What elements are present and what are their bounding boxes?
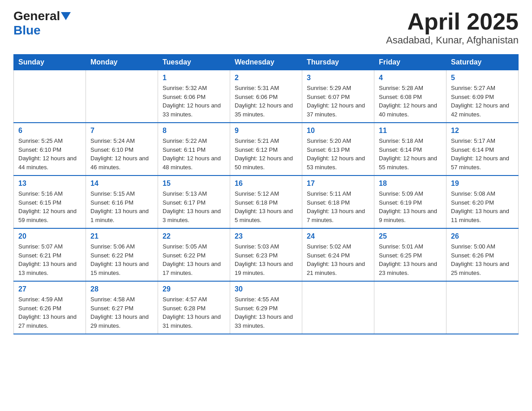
calendar-cell: 26Sunrise: 5:00 AMSunset: 6:26 PMDayligh… xyxy=(446,228,519,281)
calendar-cell: 30Sunrise: 4:55 AMSunset: 6:29 PMDayligh… xyxy=(230,281,302,334)
day-number: 17 xyxy=(307,180,369,188)
day-info: Sunrise: 5:07 AMSunset: 6:21 PMDaylight:… xyxy=(18,242,81,277)
day-info: Sunrise: 5:01 AMSunset: 6:25 PMDaylight:… xyxy=(379,242,442,277)
day-number: 30 xyxy=(235,285,297,293)
day-number: 24 xyxy=(307,232,369,240)
header-row: SundayMondayTuesdayWednesdayThursdayFrid… xyxy=(14,55,519,70)
day-number: 13 xyxy=(18,180,81,188)
day-info: Sunrise: 5:24 AMSunset: 6:10 PMDaylight:… xyxy=(90,137,153,171)
day-info: Sunrise: 5:09 AMSunset: 6:19 PMDaylight:… xyxy=(379,189,442,224)
day-info: Sunrise: 5:08 AMSunset: 6:20 PMDaylight:… xyxy=(451,189,514,224)
day-number: 29 xyxy=(163,285,225,293)
week-row-2: 6Sunrise: 5:25 AMSunset: 6:10 PMDaylight… xyxy=(14,123,519,176)
day-info: Sunrise: 5:27 AMSunset: 6:09 PMDaylight:… xyxy=(451,84,514,119)
day-info: Sunrise: 5:06 AMSunset: 6:22 PMDaylight:… xyxy=(90,242,153,277)
week-row-1: 1Sunrise: 5:32 AMSunset: 6:06 PMDaylight… xyxy=(14,70,519,123)
day-info: Sunrise: 4:59 AMSunset: 6:26 PMDaylight:… xyxy=(18,295,81,330)
day-number: 28 xyxy=(90,285,153,293)
logo-blue-text: Blue xyxy=(13,23,41,37)
calendar-table: SundayMondayTuesdayWednesdayThursdayFrid… xyxy=(13,54,519,334)
calendar-cell: 23Sunrise: 5:03 AMSunset: 6:23 PMDayligh… xyxy=(230,228,302,281)
calendar-cell xyxy=(374,281,446,334)
calendar-cell: 1Sunrise: 5:32 AMSunset: 6:06 PMDaylight… xyxy=(158,70,230,123)
calendar-cell: 19Sunrise: 5:08 AMSunset: 6:20 PMDayligh… xyxy=(446,176,519,228)
day-number: 20 xyxy=(18,232,81,240)
day-info: Sunrise: 5:17 AMSunset: 6:14 PMDaylight:… xyxy=(451,137,514,171)
calendar-cell: 13Sunrise: 5:16 AMSunset: 6:15 PMDayligh… xyxy=(14,176,86,228)
calendar-cell: 2Sunrise: 5:31 AMSunset: 6:06 PMDaylight… xyxy=(230,70,302,123)
day-info: Sunrise: 5:21 AMSunset: 6:12 PMDaylight:… xyxy=(235,137,297,171)
day-number: 4 xyxy=(379,74,442,82)
logo-general-text: General xyxy=(13,9,60,23)
calendar-cell: 3Sunrise: 5:29 AMSunset: 6:07 PMDaylight… xyxy=(302,70,374,123)
calendar-cell: 11Sunrise: 5:18 AMSunset: 6:14 PMDayligh… xyxy=(374,123,446,176)
header-cell-tuesday: Tuesday xyxy=(158,55,230,70)
day-info: Sunrise: 4:58 AMSunset: 6:27 PMDaylight:… xyxy=(90,295,153,330)
day-number: 8 xyxy=(163,127,225,135)
calendar-cell: 14Sunrise: 5:15 AMSunset: 6:16 PMDayligh… xyxy=(86,176,158,228)
day-info: Sunrise: 5:28 AMSunset: 6:08 PMDaylight:… xyxy=(379,84,442,119)
day-number: 15 xyxy=(163,180,225,188)
calendar-cell: 8Sunrise: 5:22 AMSunset: 6:11 PMDaylight… xyxy=(158,123,230,176)
header-cell-monday: Monday xyxy=(86,55,158,70)
week-row-5: 27Sunrise: 4:59 AMSunset: 6:26 PMDayligh… xyxy=(14,281,519,334)
calendar-cell xyxy=(14,70,86,123)
calendar-cell: 20Sunrise: 5:07 AMSunset: 6:21 PMDayligh… xyxy=(14,228,86,281)
day-info: Sunrise: 5:31 AMSunset: 6:06 PMDaylight:… xyxy=(235,84,297,119)
calendar-cell: 21Sunrise: 5:06 AMSunset: 6:22 PMDayligh… xyxy=(86,228,158,281)
header-cell-sunday: Sunday xyxy=(14,55,86,70)
calendar-cell: 17Sunrise: 5:11 AMSunset: 6:18 PMDayligh… xyxy=(302,176,374,228)
day-number: 19 xyxy=(451,180,514,188)
day-number: 27 xyxy=(18,285,81,293)
day-number: 12 xyxy=(451,127,514,135)
day-number: 25 xyxy=(379,232,442,240)
calendar-cell: 27Sunrise: 4:59 AMSunset: 6:26 PMDayligh… xyxy=(14,281,86,334)
calendar-cell xyxy=(446,281,519,334)
calendar-header: SundayMondayTuesdayWednesdayThursdayFrid… xyxy=(14,55,519,70)
day-number: 14 xyxy=(90,180,153,188)
calendar-cell: 16Sunrise: 5:12 AMSunset: 6:18 PMDayligh… xyxy=(230,176,302,228)
day-info: Sunrise: 5:16 AMSunset: 6:15 PMDaylight:… xyxy=(18,189,81,224)
day-info: Sunrise: 5:05 AMSunset: 6:22 PMDaylight:… xyxy=(163,242,225,277)
day-info: Sunrise: 5:13 AMSunset: 6:17 PMDaylight:… xyxy=(163,189,225,224)
day-number: 23 xyxy=(235,232,297,240)
day-info: Sunrise: 5:18 AMSunset: 6:14 PMDaylight:… xyxy=(379,137,442,171)
week-row-4: 20Sunrise: 5:07 AMSunset: 6:21 PMDayligh… xyxy=(14,228,519,281)
calendar-cell: 5Sunrise: 5:27 AMSunset: 6:09 PMDaylight… xyxy=(446,70,519,123)
header-cell-saturday: Saturday xyxy=(446,55,519,70)
day-number: 21 xyxy=(90,232,153,240)
calendar-cell: 24Sunrise: 5:02 AMSunset: 6:24 PMDayligh… xyxy=(302,228,374,281)
day-info: Sunrise: 4:57 AMSunset: 6:28 PMDaylight:… xyxy=(163,295,225,330)
title-block: April 2025 Asadabad, Kunar, Afghanistan xyxy=(386,9,519,46)
day-number: 11 xyxy=(379,127,442,135)
calendar-cell xyxy=(302,281,374,334)
calendar-cell: 22Sunrise: 5:05 AMSunset: 6:22 PMDayligh… xyxy=(158,228,230,281)
day-info: Sunrise: 5:29 AMSunset: 6:07 PMDaylight:… xyxy=(307,84,369,119)
day-number: 5 xyxy=(451,74,514,82)
day-number: 6 xyxy=(18,127,81,135)
day-number: 16 xyxy=(235,180,297,188)
page-title: April 2025 xyxy=(386,9,519,34)
calendar-cell: 15Sunrise: 5:13 AMSunset: 6:17 PMDayligh… xyxy=(158,176,230,228)
calendar-cell: 10Sunrise: 5:20 AMSunset: 6:13 PMDayligh… xyxy=(302,123,374,176)
day-number: 26 xyxy=(451,232,514,240)
day-number: 1 xyxy=(163,74,225,82)
day-info: Sunrise: 5:03 AMSunset: 6:23 PMDaylight:… xyxy=(235,242,297,277)
calendar-cell: 7Sunrise: 5:24 AMSunset: 6:10 PMDaylight… xyxy=(86,123,158,176)
calendar-cell: 29Sunrise: 4:57 AMSunset: 6:28 PMDayligh… xyxy=(158,281,230,334)
page-subtitle: Asadabad, Kunar, Afghanistan xyxy=(386,34,519,46)
calendar-cell: 28Sunrise: 4:58 AMSunset: 6:27 PMDayligh… xyxy=(86,281,158,334)
header-cell-friday: Friday xyxy=(374,55,446,70)
calendar-cell: 12Sunrise: 5:17 AMSunset: 6:14 PMDayligh… xyxy=(446,123,519,176)
header-cell-wednesday: Wednesday xyxy=(230,55,302,70)
calendar-cell: 25Sunrise: 5:01 AMSunset: 6:25 PMDayligh… xyxy=(374,228,446,281)
day-number: 10 xyxy=(307,127,369,135)
day-number: 22 xyxy=(163,232,225,240)
svg-marker-0 xyxy=(61,12,71,20)
day-info: Sunrise: 5:25 AMSunset: 6:10 PMDaylight:… xyxy=(18,137,81,171)
week-row-3: 13Sunrise: 5:16 AMSunset: 6:15 PMDayligh… xyxy=(14,176,519,228)
day-number: 7 xyxy=(90,127,153,135)
logo: General Blue xyxy=(13,9,71,38)
day-number: 3 xyxy=(307,74,369,82)
logo-triangle-icon xyxy=(61,12,71,22)
